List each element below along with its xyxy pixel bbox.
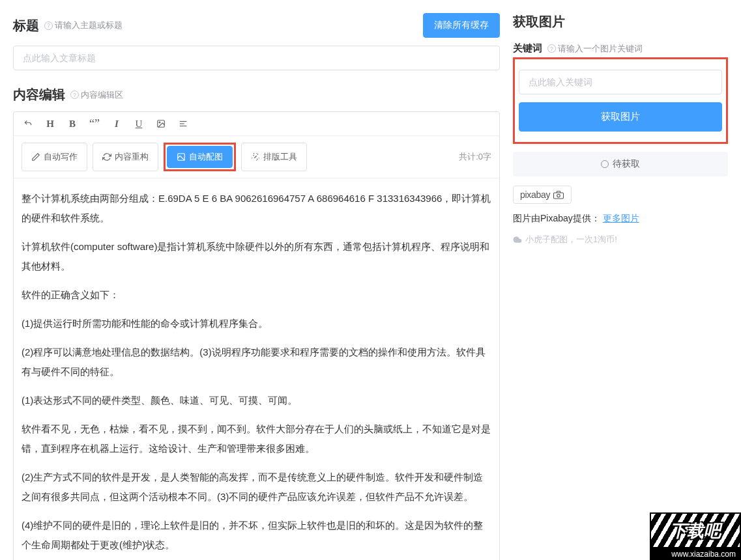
fetch-image-button[interactable]: 获取图片 [519,102,722,132]
more-images-link[interactable]: 更多图片 [603,213,639,223]
format-toolbar: H B “” I U [14,112,499,136]
image-icon[interactable] [154,117,167,130]
keyword-hint: ? 请输入一个图片关键词 [547,43,643,55]
paragraph: 软件的正确含义如下： [22,285,491,305]
watermark: 下载吧 www.xiazaiba.com [650,512,741,560]
highlight-keyword-box: 获取图片 [513,57,728,144]
heading-icon[interactable]: H [44,117,57,130]
info-icon: ? [44,21,53,30]
word-count: 共计:0字 [459,151,491,163]
content-hint: ? 内容编辑区 [70,89,123,101]
picture-icon [177,152,186,161]
paragraph: (1)表达形式不同的硬件类型、颜色、味道、可见、可摸、可闻。 [22,391,491,410]
align-icon[interactable] [177,117,190,130]
title-section-header: 标题 ? 请输入主题或标题 清除所有缓存 [13,13,500,38]
camera-icon [553,190,564,199]
underline-icon[interactable]: U [132,117,145,130]
tip-row: 小虎子配图，一次1淘币! [513,234,728,245]
auto-image-button[interactable]: 自动配图 [167,146,233,168]
pending-status: 待获取 [513,152,728,176]
title-hint: ? 请输入主题或标题 [44,20,123,31]
action-toolbar: 自动写作 内容重构 自动配图 [14,136,499,178]
cloud-icon [513,235,522,244]
clear-cache-button[interactable]: 清除所有缓存 [423,13,500,38]
undo-icon[interactable] [22,117,35,130]
info-icon: ? [70,91,79,99]
italic-icon[interactable]: I [110,117,123,130]
paragraph: (4)维护不同的硬件是旧的，理论上软件是旧的，并不坏，但实际上软件也是旧的和坏的… [22,516,491,555]
svg-rect-6 [554,193,564,199]
paragraph: 软件看不见，无色，枯燥，看不见，摸不到，闻不到。软件大部分存在于人们的头脑或纸上… [22,419,491,458]
keyword-input[interactable] [519,70,722,94]
paragraph: 整个计算机系统由两部分组成：E.69DA 5 E 6 BA 9062616964… [22,189,491,228]
editor-content[interactable]: 整个计算机系统由两部分组成：E.69DA 5 E 6 BA 9062616964… [14,178,499,560]
circle-icon [601,160,609,168]
bold-icon[interactable]: B [66,117,79,130]
quote-icon[interactable]: “” [88,117,101,130]
main-column: 标题 ? 请输入主题或标题 清除所有缓存 内容编辑 ? 内容编辑区 [13,13,500,560]
keyword-label: 关键词 [513,42,542,55]
sidebar: 获取图片 关键词 ? 请输入一个图片关键词 获取图片 待获取 p [513,13,728,560]
auto-write-button[interactable]: 自动写作 [22,143,87,171]
paragraph: (2)程序可以满意地处理信息的数据结构。(3)说明程序功能要求和程序需要的文档的… [22,343,491,382]
attribution: 图片由Pixabay提供： 更多图片 [513,213,728,225]
rebuild-button[interactable]: 内容重构 [93,143,158,171]
pixabay-tag: pixabay [513,186,572,204]
layout-tool-button[interactable]: 排版工具 [241,143,307,171]
highlight-auto-image: 自动配图 [164,143,236,171]
content-label: 内容编辑 [13,86,65,104]
paragraph: (1)提供运行时所需功能和性能的命令或计算机程序集合。 [22,314,491,333]
svg-point-7 [557,194,560,197]
info-icon: ? [547,44,556,53]
svg-point-1 [159,122,160,123]
editor-box: H B “” I U 自动写作 [13,111,500,560]
title-label: 标题 [13,17,39,35]
title-input[interactable] [13,46,500,70]
paragraph: (2)生产方式不同的软件是开发，是人类智能的高发挥，而不是传统意义上的硬件制造。… [22,468,491,507]
paragraph: 计算机软件(computer software)是指计算机系统中除硬件以外的所有… [22,237,491,276]
sidebar-title: 获取图片 [513,13,728,31]
pencil-icon [31,152,40,161]
refresh-icon [102,152,111,161]
wand-icon [251,152,260,161]
